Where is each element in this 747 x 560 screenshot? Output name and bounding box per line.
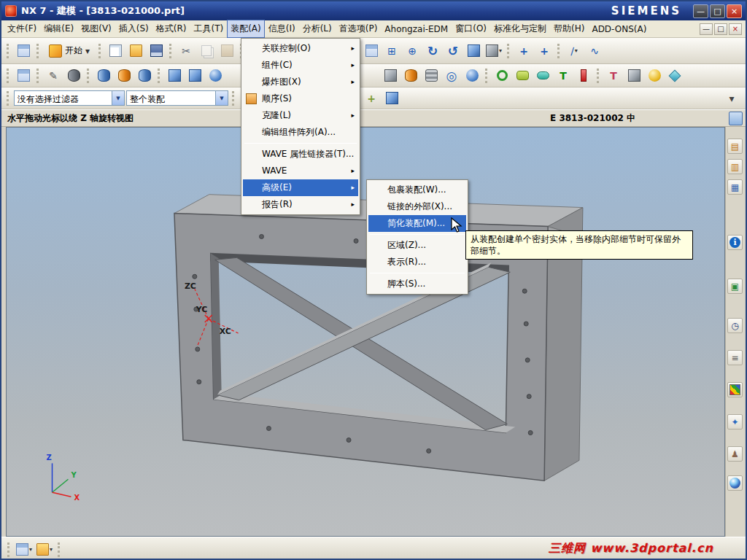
minimize-button[interactable]: —: [693, 4, 708, 18]
menu-item-linked-exterior[interactable]: 链接的外部(X)...: [368, 198, 466, 215]
constraint-navigator-button[interactable]: ▥: [727, 159, 743, 174]
mdi-restore-button[interactable]: □: [714, 23, 727, 35]
boss-button[interactable]: [135, 66, 154, 85]
menu-tools[interactable]: 工具(T): [190, 20, 227, 38]
menu-ahongzai-edm[interactable]: Ahongzai-EDM: [381, 21, 452, 37]
toolbar-grip[interactable]: [7, 69, 10, 83]
toolbar-grip[interactable]: [485, 69, 489, 83]
graphics-viewport[interactable]: ZC YC XC Z Y X: [6, 127, 725, 537]
ball-button[interactable]: [462, 66, 481, 85]
mdi-minimize-button[interactable]: —: [700, 23, 713, 35]
maximize-button[interactable]: □: [710, 4, 725, 18]
start-button[interactable]: 开始 ▾: [44, 42, 95, 60]
open-button[interactable]: [126, 42, 145, 61]
new-button[interactable]: [106, 42, 125, 61]
menu-assemblies[interactable]: 装配(A): [227, 20, 265, 38]
toolbar-overflow-button[interactable]: ▾: [722, 89, 741, 108]
save-button[interactable]: [147, 42, 166, 61]
menu-preferences[interactable]: 首选项(P): [336, 20, 382, 38]
menu-format[interactable]: 格式(R): [152, 20, 190, 38]
menu-customization[interactable]: 标准化与定制: [490, 20, 550, 38]
mdi-close-button[interactable]: ×: [729, 23, 742, 35]
menu-edit[interactable]: 编辑(E): [40, 20, 77, 38]
menu-insert[interactable]: 插入(S): [115, 20, 152, 38]
menu-item-representations[interactable]: 表示(R)...: [368, 254, 466, 271]
rib-button[interactable]: [574, 66, 593, 85]
thread-button[interactable]: T: [604, 66, 623, 85]
menu-file[interactable]: 文件(F): [4, 20, 40, 38]
new-window-button[interactable]: [14, 42, 33, 61]
toolbar-grip[interactable]: [597, 69, 600, 83]
constraints-options-button[interactable]: ▾: [35, 540, 54, 559]
trim-button[interactable]: [624, 66, 643, 85]
toolbar-grip[interactable]: [557, 44, 561, 58]
menu-item-zones[interactable]: 区域(Z)...: [368, 237, 466, 254]
snap-point-button[interactable]: +: [362, 89, 381, 108]
selection-scope-combo[interactable]: 整个装配 ▼: [126, 90, 228, 106]
rotate-view-button[interactable]: ↺: [444, 42, 462, 61]
menu-help[interactable]: 帮助(H): [550, 20, 588, 38]
toolbar-grip[interactable]: [36, 44, 40, 58]
extrude-button[interactable]: [185, 66, 204, 85]
zoom-box-button[interactable]: ⊞: [382, 42, 401, 61]
toolbar-grip[interactable]: [58, 542, 61, 557]
materials-button[interactable]: [727, 475, 743, 491]
menu-item-advanced[interactable]: 高级(E)▸: [243, 179, 358, 196]
torus-button[interactable]: ◎: [442, 66, 461, 85]
menu-item-wrap-assembly[interactable]: 包裹装配(W)...: [368, 182, 466, 198]
unite-button[interactable]: [381, 66, 400, 85]
menu-information[interactable]: 信息(I): [265, 20, 299, 38]
palette-button[interactable]: [727, 382, 743, 397]
toolbar-grip[interactable]: [98, 44, 102, 58]
assembly-navigator-button[interactable]: ▤: [727, 139, 743, 154]
history-button[interactable]: ◷: [727, 318, 743, 333]
roles-button[interactable]: ♟: [727, 446, 743, 462]
tube-button[interactable]: [64, 66, 83, 85]
visualization-button[interactable]: ✦: [727, 414, 743, 429]
datum-plane-button[interactable]: ✎: [44, 66, 63, 85]
toolbar-grip[interactable]: [232, 91, 236, 106]
part-navigator-button[interactable]: ▦: [727, 179, 743, 195]
menu-item-wave-attribute-linker[interactable]: WAVE 属性链接器(T)...: [243, 146, 358, 163]
block-button[interactable]: [165, 66, 184, 85]
copy-button[interactable]: [197, 42, 216, 61]
display-mode-button[interactable]: [464, 42, 483, 61]
paste-button[interactable]: [217, 42, 236, 61]
menu-item-reports[interactable]: 报告(R)▸: [243, 196, 358, 213]
assembly-options-button[interactable]: ▾: [15, 540, 34, 559]
cylinder-orange-button[interactable]: [115, 66, 133, 85]
chamfer-button[interactable]: [665, 66, 684, 85]
line-tool-button[interactable]: ∕▾: [565, 42, 584, 61]
menu-item-scripting[interactable]: 脚本(S)...: [368, 276, 466, 292]
toolbar-grip[interactable]: [7, 542, 11, 557]
cylinder-blue-button[interactable]: [94, 66, 113, 85]
zoom-in-out-button[interactable]: ⊕: [403, 42, 422, 61]
toolbar-grip[interactable]: [507, 44, 511, 58]
selection-filter-combo[interactable]: 没有选择过滤器 ▼: [14, 90, 125, 106]
sphere-button[interactable]: [206, 66, 225, 85]
menu-item-exploded-views[interactable]: 爆炸图(X)▸: [243, 74, 358, 90]
blend-button[interactable]: [645, 66, 664, 85]
toolbar-grip[interactable]: [87, 69, 90, 83]
rendering-style-button[interactable]: ▾: [484, 42, 503, 61]
menu-analysis[interactable]: 分析(L): [299, 20, 336, 38]
menu-view[interactable]: 视图(V): [77, 20, 115, 38]
menu-item-associative-control[interactable]: 关联控制(O)▸: [243, 40, 358, 57]
work-part-button[interactable]: [382, 89, 401, 108]
csys-button[interactable]: +: [535, 42, 554, 61]
toolbar-grip[interactable]: [7, 91, 10, 106]
slot-button[interactable]: [533, 66, 552, 85]
toolbar-grip[interactable]: [158, 69, 161, 83]
combo-arrow-icon[interactable]: ▼: [215, 91, 228, 105]
orient-view-button[interactable]: +: [514, 42, 533, 61]
menu-window[interactable]: 窗口(O): [452, 20, 490, 38]
toolbar-grip[interactable]: [36, 69, 40, 83]
spline-tool-button[interactable]: ∿: [585, 42, 604, 61]
menu-item-clone[interactable]: 克隆(L)▸: [243, 107, 358, 124]
operation-navigator-button[interactable]: ▣: [727, 279, 743, 294]
pattern-button[interactable]: [422, 66, 441, 85]
groove-button[interactable]: T: [554, 66, 573, 85]
refresh-button[interactable]: ↻: [423, 42, 442, 61]
internet-explorer-button[interactable]: i: [727, 235, 743, 250]
toolbar-grip[interactable]: [169, 44, 173, 58]
